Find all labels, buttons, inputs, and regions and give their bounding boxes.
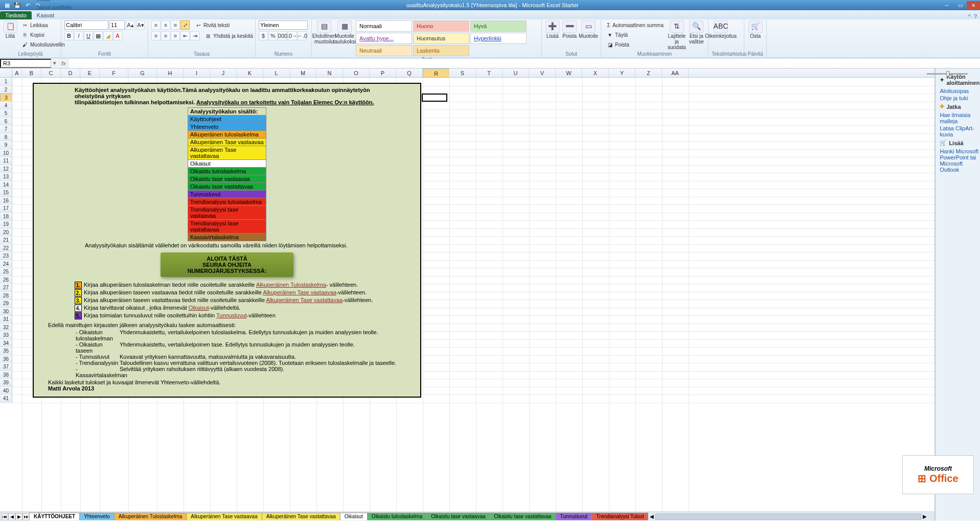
col-header-T[interactable]: T [476,68,503,77]
name-box[interactable] [0,59,51,68]
horizontal-scrollbar[interactable]: ◀▶ [648,513,935,520]
row-header-32[interactable]: 32 [0,324,12,332]
row-header-24[interactable]: 24 [0,260,12,268]
style-cell[interactable]: Hyvä [470,20,527,32]
step-link[interactable]: Tunnusluvut [216,312,247,318]
align-center-button[interactable]: ≡ [161,31,170,40]
bold-button[interactable]: B [64,31,74,40]
row-header-41[interactable]: 41 [0,395,12,403]
row-header-35[interactable]: 35 [0,347,12,355]
row-header-34[interactable]: 34 [0,339,12,348]
style-cell[interactable]: Avattu hype... [356,33,412,44]
row-header-37[interactable]: 37 [0,363,12,371]
close-button[interactable]: ✕ [967,1,980,9]
style-cell[interactable]: Hyperlinkki [470,33,527,44]
row-header-5[interactable]: 5 [0,109,12,118]
col-header-K[interactable]: K [237,68,263,77]
copy-button[interactable]: ⎘Kopioi [19,30,67,39]
row-header-25[interactable]: 25 [0,268,12,276]
style-cell[interactable]: Huomautus [413,33,469,44]
col-header-H[interactable]: H [157,68,184,77]
scroll-left-button[interactable]: ◀ [648,514,655,519]
sheet-first-button[interactable]: ⏮ [1,513,8,520]
style-cell[interactable]: Normaali [356,20,412,32]
row-header-20[interactable]: 20 [0,228,12,237]
tab-kaavat[interactable]: Kaavat [32,11,77,19]
col-header-W[interactable]: W [556,68,582,77]
row-header-27[interactable]: 27 [0,284,12,292]
indent-inc-button[interactable]: ⇥ [190,31,199,40]
cell-styles-gallery[interactable]: NormaaliHuonoHyväAvattu hype...Huomautus… [356,20,527,56]
thousands-button[interactable]: 000 [278,31,287,40]
save-icon[interactable]: 💾 [13,1,21,9]
row-header-31[interactable]: 31 [0,315,12,324]
link-start-guide[interactable]: Aloitusopas [940,88,979,94]
paste-button[interactable]: 📋Liitä [3,20,17,39]
col-header-G[interactable]: G [128,68,157,77]
minimize-ribbon-icon[interactable]: ^ [968,13,971,19]
row-header-11[interactable]: 11 [0,157,12,165]
col-header-U[interactable]: U [503,68,529,77]
active-cell[interactable] [422,94,447,102]
sheet-next-button[interactable]: ▶ [15,513,22,520]
align-right-button[interactable]: ≡ [171,31,180,40]
zoom-handle[interactable] [946,71,949,77]
row-header-17[interactable]: 17 [0,204,12,213]
step-link[interactable]: Oikaisut [189,305,209,311]
col-header-AA[interactable]: AA [662,68,689,77]
help-icon[interactable]: ? [974,13,977,19]
col-header-A[interactable]: A [12,68,22,77]
col-header-M[interactable]: M [290,68,316,77]
tab-sivun asettelu[interactable]: Sivun asettelu [32,3,77,11]
col-header-S[interactable]: S [449,68,476,77]
col-header-Z[interactable]: Z [635,68,662,77]
sheet-tab[interactable]: Yhteenveto [79,513,115,520]
link-help[interactable]: Ohje ja tuki [940,95,979,101]
col-header-I[interactable]: I [184,68,210,77]
sheet-tab[interactable]: Trendianalyysi Tulosl [591,513,648,520]
col-header-L[interactable]: L [263,68,290,77]
row-header-8[interactable]: 8 [0,133,12,142]
row-header-1[interactable]: 1 [0,78,12,86]
row-header-19[interactable]: 19 [0,220,12,228]
shrink-font-button[interactable]: A▾ [136,20,145,30]
col-header-E[interactable]: E [80,68,100,77]
row-header-3[interactable]: 3 [0,94,12,102]
link-get-office[interactable]: Hanki Microsoft PowerPoint tai Microsoft… [940,148,979,173]
row-header-12[interactable]: 12 [0,165,12,173]
underline-button[interactable]: U [84,31,93,40]
row-header-13[interactable]: 13 [0,173,12,181]
col-header-P[interactable]: P [370,68,396,77]
cut-button[interactable]: ✂Leikkaa [19,20,67,30]
tab-file[interactable]: Tiedosto [0,11,32,19]
sheet-tab[interactable]: Oikaisut [340,513,368,520]
minimize-button[interactable]: ─ [940,1,953,9]
delete-cells-button[interactable]: ➖Poista [562,20,578,39]
clear-button[interactable]: ◪Poista [604,40,666,49]
currency-button[interactable]: $ [259,31,268,40]
step-link[interactable]: Alkuperäinen Tase vastattavaa [266,297,343,303]
maximize-button[interactable]: ▭ [953,1,967,9]
row-header-16[interactable]: 16 [0,197,12,205]
step-link[interactable]: Alkuperäinen Tase vastaavaa [263,289,336,295]
col-header-V[interactable]: V [529,68,556,77]
sheet-prev-button[interactable]: ◀ [8,513,15,520]
row-header-4[interactable]: 4 [0,102,12,110]
grow-font-button[interactable]: A▴ [126,20,135,30]
font-color-button[interactable]: A [113,31,122,40]
row-header-21[interactable]: 21 [0,236,12,244]
step-link[interactable]: Alkuperäinen Tuloslaskelma [256,282,326,288]
row-header-30[interactable]: 30 [0,308,12,316]
percent-button[interactable]: % [268,31,278,40]
col-header-Y[interactable]: Y [609,68,635,77]
col-header-Q[interactable]: Q [396,68,423,77]
col-header-R[interactable]: R [423,68,449,78]
inc-decimal-button[interactable]: .0→ [288,31,297,40]
spelling-button[interactable]: ABCOikeinkirjoitus [712,20,730,39]
formula-bar[interactable] [69,59,980,68]
sheet-tab[interactable]: KÄYTTÖOHJEET [29,513,80,520]
row-header-40[interactable]: 40 [0,387,12,395]
font-size-select[interactable] [109,20,125,30]
painter-button[interactable]: 🖌Muotoilusivellin [19,40,67,49]
sheet-tab[interactable]: Alkuperäinen Tase vastaavaa [186,513,262,520]
